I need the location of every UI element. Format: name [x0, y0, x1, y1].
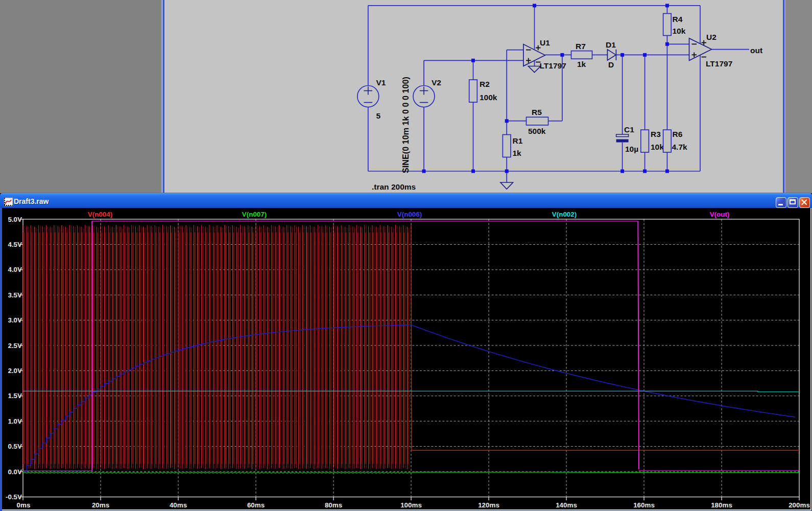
svg-text:0.0V: 0.0V [8, 468, 22, 476]
svg-text:500k: 500k [528, 127, 546, 135]
svg-text:U1: U1 [540, 38, 550, 47]
svg-text:60ms: 60ms [247, 501, 265, 509]
svg-text:3.0V: 3.0V [8, 316, 22, 324]
svg-text:1.5V: 1.5V [8, 392, 22, 400]
svg-text:10k: 10k [673, 27, 686, 35]
svg-text:120ms: 120ms [478, 501, 499, 509]
svg-text:5.0V: 5.0V [8, 216, 22, 223]
svg-text:0ms: 0ms [17, 501, 31, 509]
svg-text:1k: 1k [577, 60, 586, 68]
svg-text:out: out [750, 46, 762, 55]
svg-text:-0.5V: -0.5V [6, 493, 22, 501]
svg-text:80ms: 80ms [325, 501, 342, 509]
svg-text:LT1797: LT1797 [706, 59, 732, 68]
svg-text:40ms: 40ms [170, 501, 187, 509]
svg-text:V(n002): V(n002) [552, 211, 577, 218]
svg-text:V(n006): V(n006) [397, 211, 422, 218]
svg-text:R5: R5 [532, 108, 542, 117]
svg-text:U2: U2 [706, 33, 717, 41]
svg-text:10k: 10k [651, 143, 664, 151]
svg-text:.tran 200ms: .tran 200ms [372, 182, 416, 191]
svg-text:10µ: 10µ [625, 145, 638, 153]
svg-text:3.5V: 3.5V [8, 291, 22, 299]
svg-text:200ms: 200ms [789, 501, 810, 509]
svg-text:5: 5 [376, 111, 381, 120]
svg-text:V(out): V(out) [710, 211, 730, 218]
svg-text:180ms: 180ms [711, 501, 732, 509]
svg-text:140ms: 140ms [556, 501, 577, 509]
svg-text:4.5V: 4.5V [8, 241, 22, 248]
svg-text:R7: R7 [576, 42, 586, 51]
svg-text:20ms: 20ms [92, 501, 109, 509]
svg-text:D: D [608, 60, 614, 69]
svg-text:4.7k: 4.7k [672, 143, 688, 151]
svg-text:0.5V: 0.5V [8, 443, 22, 450]
svg-text:1k: 1k [513, 149, 522, 157]
svg-text:R4: R4 [673, 15, 683, 24]
svg-text:160ms: 160ms [633, 501, 655, 509]
svg-text:R2: R2 [480, 80, 490, 88]
svg-text:SINE(0 10m 1k 0 0 0 100): SINE(0 10m 1k 0 0 0 100) [401, 77, 410, 173]
svg-text:V(n004): V(n004) [88, 211, 112, 218]
svg-text:2.0V: 2.0V [8, 367, 22, 375]
svg-text:R3: R3 [651, 130, 661, 138]
svg-text:1.0V: 1.0V [8, 417, 22, 425]
svg-text:LT1797: LT1797 [540, 61, 566, 70]
svg-text:V1: V1 [376, 78, 386, 87]
svg-text:C1: C1 [624, 125, 634, 134]
svg-text:100k: 100k [480, 93, 497, 102]
svg-text:2.5V: 2.5V [8, 342, 22, 350]
svg-text:V2: V2 [432, 78, 441, 87]
svg-text:4.0V: 4.0V [8, 266, 22, 273]
svg-text:R1: R1 [513, 136, 523, 145]
svg-text:R6: R6 [673, 130, 683, 138]
svg-text:V(n007): V(n007) [242, 211, 267, 218]
svg-text:D1: D1 [606, 40, 616, 49]
svg-text:100ms: 100ms [400, 501, 422, 509]
